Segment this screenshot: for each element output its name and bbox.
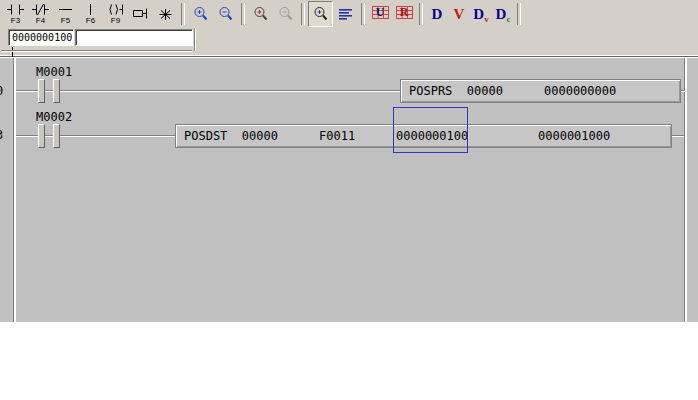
zoom-out-disabled-button bbox=[273, 1, 298, 27]
toolbar-separator bbox=[419, 3, 423, 25]
device-mode-button[interactable]: D bbox=[426, 2, 448, 26]
device-comment-sub: c bbox=[506, 14, 510, 24]
asterisk-icon bbox=[158, 8, 173, 21]
toolbar-separator bbox=[301, 3, 305, 25]
list-lines-icon bbox=[338, 7, 354, 21]
wire-segment bbox=[16, 135, 38, 137]
horizontal-line-icon bbox=[57, 3, 74, 16]
device-mode-label: D bbox=[432, 6, 443, 23]
coil-button[interactable]: F9 bbox=[103, 1, 128, 27]
variable-mode-button[interactable]: V bbox=[448, 2, 470, 26]
toolbar-separator bbox=[181, 3, 185, 25]
vertical-line-button[interactable]: F6 bbox=[78, 1, 103, 27]
device-comment-label: D bbox=[496, 6, 507, 23]
contact-bar-right[interactable] bbox=[53, 79, 60, 103]
reference-letter: R bbox=[392, 5, 416, 19]
variable-mode-label: V bbox=[454, 6, 465, 23]
toolbar-separator bbox=[241, 3, 245, 25]
wire-segment bbox=[45, 135, 53, 137]
toolbar-separator bbox=[361, 3, 365, 25]
device-variable-label: D bbox=[473, 6, 484, 23]
panel-bottom-edge bbox=[1, 50, 192, 52]
closed-contact-key: F4 bbox=[36, 17, 45, 25]
operand-input-bar: 0000000100 bbox=[0, 28, 698, 56]
function-block-button[interactable] bbox=[128, 1, 153, 27]
left-power-rail bbox=[13, 58, 16, 322]
device-variable-mode-button[interactable]: Dv bbox=[470, 2, 492, 26]
open-contact-button[interactable]: F3 bbox=[3, 1, 28, 27]
wire-segment bbox=[681, 90, 685, 92]
function-block-icon bbox=[132, 7, 150, 20]
device-comment-mode-button[interactable]: Dc bbox=[492, 2, 514, 26]
block-param-text: F0011 bbox=[319, 129, 355, 143]
branch-star-button[interactable] bbox=[153, 1, 178, 27]
zoom-tool-toggle-button[interactable] bbox=[308, 1, 333, 27]
contact-bar-left[interactable] bbox=[38, 124, 45, 148]
operand-value-input[interactable]: 0000000100 bbox=[8, 29, 74, 46]
horizontal-line-key: F5 bbox=[61, 17, 70, 25]
block-instruction-text: POSDST 00000 bbox=[184, 129, 278, 143]
coil-icon bbox=[107, 3, 125, 16]
device-variable-sub: v bbox=[484, 14, 489, 24]
zoom-in-icon bbox=[193, 6, 209, 22]
zoom-tool-icon bbox=[313, 6, 329, 22]
wire-segment bbox=[60, 90, 400, 92]
function-block-posprs[interactable]: POSPRS 00000 0000000000 bbox=[400, 79, 681, 103]
wire-segment bbox=[60, 135, 175, 137]
toolbar-row-symbols: F3 F4 F5 F6 bbox=[0, 0, 698, 28]
block-instruction-text: POSPRS 00000 bbox=[409, 84, 503, 98]
vertical-line-key: F6 bbox=[86, 17, 95, 25]
open-contact-icon bbox=[7, 3, 24, 16]
zoom-in-blue-button[interactable] bbox=[188, 1, 213, 27]
zoom-in-red-button[interactable] bbox=[248, 1, 273, 27]
rung-step-number: 0 bbox=[0, 84, 3, 98]
cell-selection-cursor bbox=[393, 107, 468, 153]
open-contact-key: F3 bbox=[11, 17, 20, 25]
zoom-out-icon bbox=[218, 6, 234, 22]
vertical-line-icon bbox=[82, 3, 99, 16]
right-power-rail bbox=[684, 58, 687, 322]
operand-value-text: 0000000100 bbox=[12, 32, 72, 43]
empty-bottom-area bbox=[0, 322, 698, 400]
panel-right-edge bbox=[194, 28, 196, 51]
zoom-in-red-icon bbox=[253, 6, 269, 22]
toolbar-separator bbox=[517, 3, 521, 25]
zoom-out-disabled-icon bbox=[278, 6, 294, 22]
wire-segment bbox=[45, 90, 53, 92]
contact-bar-right[interactable] bbox=[53, 124, 60, 148]
closed-contact-icon bbox=[32, 3, 49, 16]
operand-secondary-input[interactable] bbox=[75, 29, 193, 46]
toolbar: F3 F4 F5 F6 bbox=[0, 0, 698, 57]
used-device-table-button[interactable]: U bbox=[368, 2, 392, 26]
contact-operand-label: M0002 bbox=[36, 110, 72, 124]
text-caret bbox=[12, 47, 13, 57]
block-operand-text: 0000001000 bbox=[538, 129, 610, 143]
contact-operand-label: M0001 bbox=[36, 65, 72, 79]
rung-step-number: 3 bbox=[0, 128, 3, 142]
block-operand-text: 0000000000 bbox=[544, 84, 616, 98]
instruction-list-view-button[interactable] bbox=[333, 1, 358, 27]
plc-ladder-editor-window: F3 F4 F5 F6 bbox=[0, 0, 698, 400]
zoom-out-blue-button[interactable] bbox=[213, 1, 238, 27]
closed-contact-button[interactable]: F4 bbox=[28, 1, 53, 27]
ladder-edit-area[interactable]: 0 3 M0001 POSPRS 00000 0000000000 M0002 … bbox=[0, 58, 698, 322]
horizontal-line-button[interactable]: F5 bbox=[53, 1, 78, 27]
reference-table-button[interactable]: R bbox=[392, 2, 416, 26]
used-device-letter: U bbox=[368, 5, 392, 19]
wire-segment bbox=[672, 135, 684, 137]
coil-key: F9 bbox=[111, 17, 120, 25]
contact-bar-left[interactable] bbox=[38, 79, 45, 103]
wire-segment bbox=[16, 90, 38, 92]
